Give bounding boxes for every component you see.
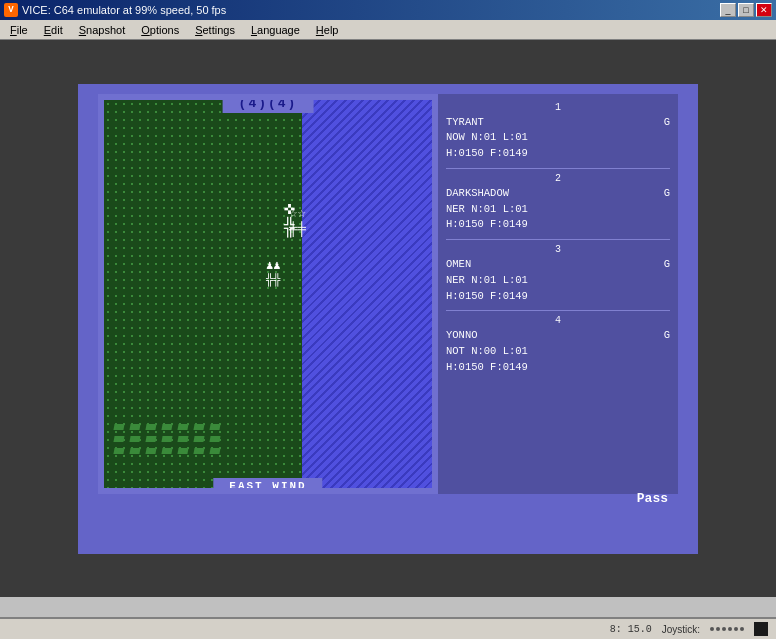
- diamond: [161, 424, 172, 430]
- char-4-line2: NOT N:00 L:01: [446, 344, 670, 360]
- joy-dot: [728, 627, 732, 631]
- menu-snapshot[interactable]: Snapshot: [71, 22, 134, 38]
- char-1-number: 1: [446, 100, 670, 115]
- diamond: [193, 436, 204, 442]
- char-3-line3: H:0150 F:0149: [446, 289, 670, 305]
- char-3-line2: NER N:01 L:01: [446, 273, 670, 289]
- diagonal-area: [302, 100, 432, 488]
- map-panel: ✜╬ ⛏ 🚶 ☆☆╪╪ ♟♟╬╬: [98, 94, 438, 494]
- joy-dot: [740, 627, 744, 631]
- char-2-line2: NER N:01 L:01: [446, 202, 670, 218]
- minimize-button[interactable]: _: [720, 3, 736, 17]
- diamond: [177, 424, 188, 430]
- menu-options[interactable]: Options: [133, 22, 187, 38]
- char-1-name: TYRANT: [446, 115, 484, 131]
- char-1-class: G: [664, 115, 670, 131]
- divider-3: [446, 310, 670, 311]
- diamond: [161, 436, 172, 442]
- char-1-name-line: TYRANT G: [446, 115, 670, 131]
- diamond: [209, 436, 220, 442]
- diamond: [209, 448, 220, 454]
- pass-button[interactable]: Pass: [637, 491, 668, 506]
- char-3-name: OMEN: [446, 257, 471, 273]
- divider-1: [446, 168, 670, 169]
- diamond: [177, 436, 188, 442]
- diamond: [161, 448, 172, 454]
- map-background: ✜╬ ⛏ 🚶 ☆☆╪╪ ♟♟╬╬: [104, 100, 432, 488]
- char-3-name-line: OMEN G: [446, 257, 670, 273]
- diamond: [209, 424, 220, 430]
- menu-language[interactable]: Language: [243, 22, 308, 38]
- char-4-line3: H:0150 F:0149: [446, 360, 670, 376]
- status-bar: 8: 15.0 Joystick:: [0, 617, 776, 639]
- diamond: [113, 424, 124, 430]
- hero-sprite: ☆☆╪╪: [289, 205, 306, 239]
- menu-file[interactable]: File: [2, 22, 36, 38]
- menu-settings[interactable]: Settings: [187, 22, 243, 38]
- joy-dot: [716, 627, 720, 631]
- menu-edit[interactable]: Edit: [36, 22, 71, 38]
- char-2-name: DARKSHADOW: [446, 186, 509, 202]
- close-button[interactable]: ✕: [756, 3, 772, 17]
- diamond: [113, 436, 124, 442]
- window-controls: _ □ ✕: [720, 3, 772, 17]
- divider-2: [446, 239, 670, 240]
- diamond: [193, 424, 204, 430]
- stats-panel: 1 TYRANT G NOW N:01 L:01 H:0150 F:0149 2…: [438, 94, 678, 494]
- status-indicator-square: [754, 622, 768, 636]
- joy-dot: [710, 627, 714, 631]
- map-header: (4)(4): [223, 94, 314, 113]
- char-3-number: 3: [446, 242, 670, 257]
- character-3-block: 3 OMEN G NER N:01 L:01 H:0150 F:0149: [446, 242, 670, 304]
- diamond: [113, 448, 124, 454]
- char-4-number: 4: [446, 313, 670, 328]
- char-4-name: YONNO: [446, 328, 478, 344]
- hero-sprite-2: ♟♟╬╬: [266, 258, 280, 287]
- joystick-indicator: [710, 627, 744, 631]
- diamond: [193, 448, 204, 454]
- char-4-name-line: YONNO G: [446, 328, 670, 344]
- joystick-label: Joystick:: [662, 624, 700, 635]
- joy-dot: [734, 627, 738, 631]
- title-bar: V VICE: C64 emulator at 99% speed, 50 fp…: [0, 0, 776, 20]
- char-1-line2: NOW N:01 L:01: [446, 130, 670, 146]
- coordinate-display: 8: 15.0: [610, 624, 652, 635]
- character-4-block: 4 YONNO G NOT N:00 L:01 H:0150 F:0149: [446, 313, 670, 375]
- game-area: ✜╬ ⛏ 🚶 ☆☆╪╪ ♟♟╬╬: [98, 94, 678, 514]
- diamond: [145, 436, 156, 442]
- joy-dot: [722, 627, 726, 631]
- diamond: [145, 424, 156, 430]
- char-3-class: G: [664, 257, 670, 273]
- diamond: [129, 436, 140, 442]
- char-4-class: G: [664, 328, 670, 344]
- diamonds-decoration: [114, 424, 224, 458]
- menu-help[interactable]: Help: [308, 22, 347, 38]
- maximize-button[interactable]: □: [738, 3, 754, 17]
- char-2-name-line: DARKSHADOW G: [446, 186, 670, 202]
- character-2-block: 2 DARKSHADOW G NER N:01 L:01 H:0150 F:01…: [446, 171, 670, 233]
- diamond: [145, 448, 156, 454]
- char-2-class: G: [664, 186, 670, 202]
- menu-bar: File Edit Snapshot Options Settings Lang…: [0, 20, 776, 40]
- diamond: [177, 448, 188, 454]
- character-1-block: 1 TYRANT G NOW N:01 L:01 H:0150 F:0149: [446, 100, 670, 162]
- main-content: ✜╬ ⛏ 🚶 ☆☆╪╪ ♟♟╬╬: [0, 40, 776, 597]
- window-title: VICE: C64 emulator at 99% speed, 50 fps: [22, 4, 226, 16]
- map-footer: EAST WIND: [213, 478, 322, 494]
- char-2-line3: H:0150 F:0149: [446, 217, 670, 233]
- diamond: [129, 424, 140, 430]
- app-icon: V: [4, 3, 18, 17]
- char-1-line3: H:0150 F:0149: [446, 146, 670, 162]
- c64-screen: ✜╬ ⛏ 🚶 ☆☆╪╪ ♟♟╬╬: [78, 84, 698, 554]
- char-2-number: 2: [446, 171, 670, 186]
- title-bar-left: V VICE: C64 emulator at 99% speed, 50 fp…: [4, 3, 226, 17]
- diamond: [129, 448, 140, 454]
